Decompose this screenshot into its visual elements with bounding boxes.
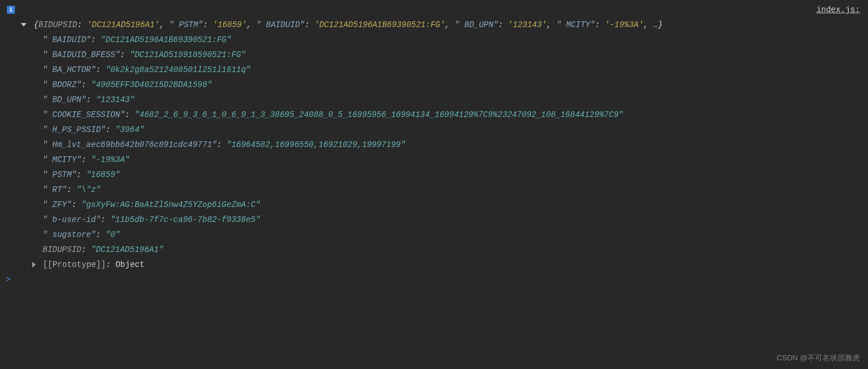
property-value: "4682_2_6_9_3_6_1_0_6_9_1_3_38695_24088_… <box>135 110 624 119</box>
prototype-label: [[Prototype]] <box>43 260 105 269</box>
object-property-row[interactable]: " MCITY": "-19%3A" <box>5 152 863 167</box>
preview-value: 'DC121AD5196A1B69390521:FG' <box>314 20 445 29</box>
object-property-row[interactable]: " BAIDUID_BFESS": "DC121AD519918590521:F… <box>5 47 863 62</box>
chevron-down-icon[interactable] <box>21 23 26 27</box>
property-key: " Hm_lvt_aec69bb642b076c891cdc49771" <box>43 140 217 149</box>
object-property-row[interactable]: " b-user-id": "11b5db-7f7c-ca96-7b82-f93… <box>5 212 863 227</box>
preview-key: " PSTM" <box>169 20 203 29</box>
property-key: " b-user-id" <box>43 215 101 224</box>
property-value: "16964582,16996550,16921029,19997199" <box>226 140 405 149</box>
object-property-row[interactable]: " COOKIE_SESSION": "4682_2_6_9_3_6_1_0_6… <box>5 107 863 122</box>
object-property-row[interactable]: " PSTM": "16859" <box>5 167 863 182</box>
preview-key: " MCITY" <box>556 20 595 29</box>
property-value: "4905EFF3D40215D2BDA1598" <box>91 80 212 89</box>
preview-key: " BD_UPN" <box>454 20 498 29</box>
property-key: " BAIDUID" <box>43 35 91 44</box>
object-property-row[interactable]: " BA_HCTOR": "0k2k2g8a5212408501l251l161… <box>5 62 863 77</box>
prototype-value: Object <box>115 260 144 269</box>
prompt-line[interactable]: > <box>5 272 863 287</box>
property-value: "0k2k2g8a5212408501l251l1611q" <box>105 65 251 74</box>
property-value: "\"z" <box>77 185 101 194</box>
chevron-right-icon[interactable] <box>32 262 36 268</box>
property-key: " H_PS_PSSID" <box>43 125 105 134</box>
watermark: CSDN @不可名状邵雅虎 <box>776 351 860 366</box>
property-value: "3964" <box>115 125 144 134</box>
preview-value: '16859' <box>213 20 247 29</box>
property-key: " BAIDUID_BFESS" <box>43 50 120 59</box>
preview-key: " BAIDUID" <box>256 20 305 29</box>
property-key: " RT" <box>43 185 67 194</box>
object-property-row[interactable]: " BDORZ": "4905EFF3D40215D2BDA1598" <box>5 77 863 92</box>
property-key: BIDUPSID <box>43 245 81 254</box>
object-property-row[interactable]: " RT": "\"z" <box>5 182 863 197</box>
property-value: "11b5db-7f7c-ca96-7b82-f9338e5" <box>111 215 260 224</box>
object-property-row[interactable]: " sugstore": "0" <box>5 227 863 242</box>
preview-value: '123143' <box>508 20 547 29</box>
source-link[interactable]: index.js: <box>816 2 860 17</box>
property-value: "123143" <box>96 95 134 104</box>
preview-value: '-19%3A' <box>605 20 643 29</box>
console-output: index.js: i {BIDUPSID: 'DC121AD5196A1', … <box>0 0 868 287</box>
property-key: " ZFY" <box>43 200 71 209</box>
object-property-row[interactable]: BIDUPSID: "DC121AD5196A1" <box>5 242 863 257</box>
property-value: "16859" <box>86 170 120 179</box>
source-link-text: index.js: <box>816 5 860 14</box>
property-value: "gsXyFw:AG:BaAtZlSnw4Z5YZop6iGeZmA:C" <box>81 200 260 209</box>
object-property-row[interactable]: " H_PS_PSSID": "3964" <box>5 122 863 137</box>
info-icon[interactable]: i <box>7 6 15 14</box>
prompt-chevron-icon: > <box>5 275 10 284</box>
preview-key: BIDUPSID <box>39 20 77 29</box>
object-property-row[interactable]: " BD_UPN": "123143" <box>5 92 863 107</box>
property-key: " MCITY" <box>43 155 81 164</box>
property-key: " COOKIE_SESSION" <box>43 110 125 119</box>
property-value: "DC121AD519918590521:FG" <box>130 50 246 59</box>
property-value: "-19%3A" <box>91 155 130 164</box>
property-key: " BDORZ" <box>43 80 81 89</box>
object-property-row[interactable]: " BAIDUID": "DC121AD5196A1B69390521:FG" <box>5 32 863 47</box>
property-value: "0" <box>105 230 120 239</box>
property-key: " BD_UPN" <box>43 95 86 104</box>
preview-value: 'DC121AD5196A1' <box>87 20 160 29</box>
property-key: " BA_HCTOR" <box>43 65 96 74</box>
object-property-row[interactable]: " ZFY": "gsXyFw:AG:BaAtZlSnw4Z5YZop6iGeZ… <box>5 197 863 212</box>
prototype-row[interactable]: [[Prototype]]: Object <box>5 257 863 272</box>
object-preview-row[interactable]: {BIDUPSID: 'DC121AD5196A1', " PSTM": '16… <box>5 17 863 32</box>
property-key: " sugstore" <box>43 230 96 239</box>
property-value: "DC121AD5196A1" <box>91 245 164 254</box>
property-value: "DC121AD5196A1B69390521:FG" <box>101 35 232 44</box>
header-line: index.js: i <box>5 2 863 17</box>
object-property-row[interactable]: " Hm_lvt_aec69bb642b076c891cdc49771": "1… <box>5 137 863 152</box>
property-key: " PSTM" <box>43 170 77 179</box>
